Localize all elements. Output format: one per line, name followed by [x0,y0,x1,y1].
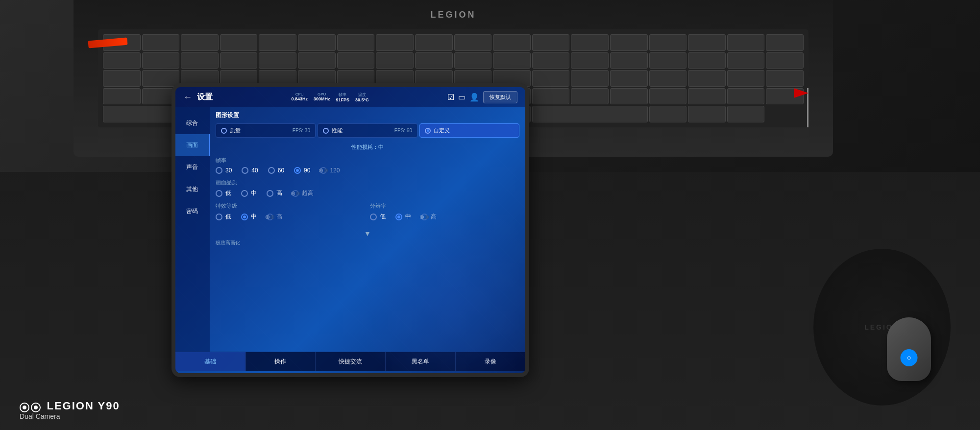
tablet-screen: ← 设置 CPU 0.843Hz GPU 300MHz 帧率 91FPS [175,87,525,373]
effects-high[interactable]: ⊗ 高 [267,213,282,221]
quality-ultra-radio: ⊗ [292,190,299,197]
res-high[interactable]: ⊗ 高 [421,213,437,221]
legion-flag-pole [807,88,808,127]
fps-120-radio: ⊗ [320,167,327,174]
background-scene: LEGION [0,0,980,430]
res-high-radio: ⊗ [421,214,428,220]
camera-icon [20,403,41,412]
mouse-logo: ⊙ [901,349,918,366]
camera-model-text: LEGION Y90 [47,400,120,412]
fps-120[interactable]: ⊗ 120 [320,167,340,174]
tablet-device: ← 设置 CPU 0.843Hz GPU 300MHz 帧率 91FPS [172,83,529,377]
effects-high-radio: ⊗ [267,214,273,220]
camera-sub-text: Dual Camera [20,412,120,420]
mouse-pad: LEGION [813,249,951,406]
bg-lines [175,87,525,373]
quality-ultra[interactable]: ⊗ 超高 [292,189,314,197]
laptop-brand: LEGION [430,10,476,20]
gaming-mouse: ⊙ [887,317,931,381]
camera-watermark: LEGION Y90 Dual Camera [20,400,120,420]
